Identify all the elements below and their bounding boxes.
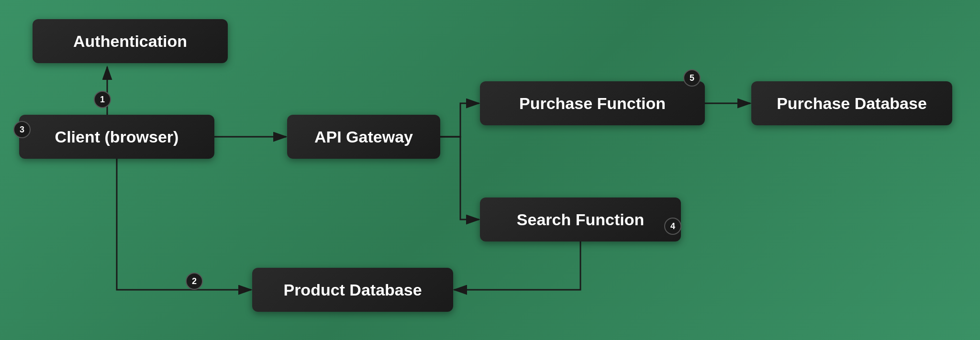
client-node: Client (browser) xyxy=(19,115,214,159)
purchase-function-node: Purchase Function xyxy=(480,81,705,125)
search-function-node: Search Function xyxy=(480,197,681,241)
badge-1: 1 xyxy=(94,91,111,108)
authentication-node: Authentication xyxy=(33,19,228,63)
badge-3: 3 xyxy=(13,121,31,138)
badge-2: 2 xyxy=(186,273,203,290)
badge-5: 5 xyxy=(683,69,701,87)
diagram: Authentication Client (browser) API Gate… xyxy=(0,0,980,340)
api-gateway-node: API Gateway xyxy=(287,115,440,159)
purchase-database-node: Purchase Database xyxy=(751,81,952,125)
product-database-node: Product Database xyxy=(252,268,453,312)
badge-4: 4 xyxy=(664,218,681,235)
